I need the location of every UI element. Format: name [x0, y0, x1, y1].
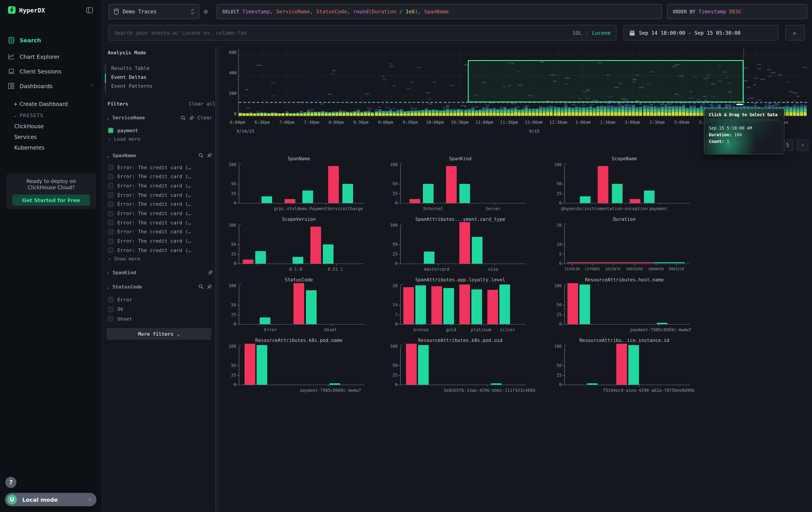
- heatmap-cell: [664, 115, 667, 116]
- local-mode-button[interactable]: U Local mode ›: [5, 493, 96, 506]
- delta-bar-baseline: [579, 284, 590, 324]
- heatmap-cell: [453, 110, 457, 111]
- heatmap-cell: [604, 109, 607, 112]
- mode-event-patterns[interactable]: Event Patterns: [111, 83, 152, 89]
- heatmap-cell: [617, 103, 620, 104]
- heatmap-cell: [328, 115, 331, 116]
- heatmap-cell: [543, 108, 546, 110]
- search-placeholder: Search your events w/ Lucene ex. column:…: [114, 30, 246, 36]
- pin-icon[interactable]: [207, 153, 212, 158]
- heatmap-cell: [668, 107, 671, 110]
- drag-selection-rect[interactable]: [468, 60, 744, 102]
- heatmap-cell: [553, 108, 556, 110]
- clear-all-button[interactable]: Clear all: [189, 101, 215, 107]
- statuscode-filter-option[interactable]: Error: [108, 296, 132, 303]
- statuscode-filter-option[interactable]: Unset: [108, 315, 132, 322]
- spanname-filter-option[interactable]: Error: The credit card (…: [108, 182, 191, 189]
- threshold-handle[interactable]: [736, 104, 743, 105]
- show-more-link[interactable]: › Show more: [108, 256, 141, 262]
- spanname-filter-option[interactable]: Error: The credit card (…: [108, 173, 191, 180]
- spanname-filter-option[interactable]: Error: The credit card (…: [108, 201, 191, 208]
- spanname-filter-option[interactable]: Error: The credit card (…: [108, 164, 191, 171]
- search-icon[interactable]: [198, 284, 204, 289]
- sidebar-item-dashboards[interactable]: Dashboards ⌃: [0, 80, 102, 92]
- sidebar-item-search[interactable]: Search: [0, 34, 102, 46]
- filter-option-payment[interactable]: ✓ payment: [108, 127, 138, 134]
- heatmap-cell: [664, 112, 667, 114]
- x-axis-label: grpc.oteldemo.PaymentService/Charge: [274, 206, 363, 211]
- spanname-filter-option[interactable]: Error: The credit card (…: [108, 247, 191, 254]
- date-range-picker[interactable]: Sep 14 18:00:00 - Sep 15 05:30:00: [624, 25, 778, 41]
- load-more-link[interactable]: › Load more: [108, 136, 141, 142]
- presets-toggle[interactable]: ⌄ PRESETS: [13, 113, 44, 118]
- sidebar-item-clickhouse[interactable]: ClickHouse: [14, 123, 44, 130]
- run-query-button[interactable]: ▷: [785, 25, 805, 41]
- heatmap-cell: [600, 115, 603, 116]
- heatmap-cell: [632, 115, 635, 116]
- heatmap-cell: [453, 113, 457, 115]
- spanname-filter-option[interactable]: Error: The credit card (…: [108, 219, 191, 226]
- sidebar-collapse-icon[interactable]: [86, 7, 93, 14]
- source-select[interactable]: Demo Traces: [109, 4, 199, 19]
- pin-icon[interactable]: [189, 115, 194, 120]
- more-filters-button[interactable]: More filters⌄: [107, 328, 211, 340]
- sidebar-item-chart-explorer[interactable]: Chart Explorer: [0, 50, 102, 63]
- flat-series: [654, 262, 685, 263]
- sidebar-item-client-sessions[interactable]: Client Sessions: [0, 65, 102, 78]
- spanname-filter-option[interactable]: Error: The credit card (…: [108, 238, 191, 245]
- heatmap-cell: [403, 111, 406, 112]
- heatmap-cell: [628, 105, 632, 106]
- pin-icon[interactable]: [207, 284, 212, 289]
- sidebar-item-services[interactable]: Services: [14, 134, 37, 140]
- heatmap-cell: [450, 113, 453, 115]
- delta-chart-resourceattributes-k8s-pod-name: ResourceAttributes.k8s.pod.name10050250p…: [225, 338, 359, 395]
- heatmap-cell: [678, 112, 682, 115]
- select-query-input[interactable]: SELECT Timestamp, ServiceName, StatusCod…: [216, 4, 662, 19]
- heatmap-cell: [650, 112, 653, 114]
- lucene-mode-toggle[interactable]: Lucene: [592, 30, 611, 36]
- heatmap-cell: [346, 115, 349, 116]
- heatmap-cell: [543, 113, 546, 115]
- heatmap-cell: [289, 114, 292, 114]
- filter-group-spankind[interactable]: › SpanKind: [107, 270, 216, 276]
- heatmap-cell: [314, 112, 317, 113]
- y-axis-label: 0: [222, 111, 237, 116]
- gear-icon[interactable]: ⚙: [204, 7, 208, 16]
- heatmap-cell: [414, 108, 417, 109]
- heatmap-cell: [632, 112, 635, 115]
- heatmap-cell: [715, 105, 718, 106]
- sql-mode-toggle[interactable]: SQL: [573, 30, 582, 36]
- heatmap-cell: [618, 110, 621, 112]
- heatmap-cell: [793, 107, 796, 110]
- spanname-filter-option[interactable]: Error: The credit card (…: [108, 191, 191, 198]
- spanname-filter-option[interactable]: Error: The credit card (…: [108, 210, 191, 217]
- panel-scrollbar[interactable]: [215, 47, 216, 512]
- chart-title: ScopeName: [564, 156, 685, 161]
- heatmap-cell: [446, 106, 449, 108]
- chart-title: SpanName: [239, 156, 359, 161]
- search-icon[interactable]: [180, 115, 186, 120]
- heatmap-cell: [671, 106, 675, 107]
- heatmap-cell: [771, 72, 776, 73]
- heatmap-cell: [682, 109, 685, 112]
- sidebar-item-kubernetes[interactable]: Kubernetes: [14, 145, 45, 151]
- heatmap-cell: [607, 115, 610, 116]
- mode-results-table[interactable]: Results Table: [111, 65, 149, 71]
- heatmap-cell: [582, 107, 585, 109]
- heatmap-cell: [253, 115, 256, 116]
- clear-filter-button[interactable]: Clear: [198, 115, 212, 120]
- pin-icon[interactable]: [208, 270, 213, 275]
- heatmap-cell: [629, 107, 632, 110]
- search-input[interactable]: Search your events w/ Lucene ex. column:…: [109, 25, 616, 41]
- page-next-button[interactable]: ›: [797, 139, 808, 151]
- help-button[interactable]: ?: [5, 477, 17, 488]
- statuscode-filter-option[interactable]: Ok: [108, 306, 123, 313]
- search-icon[interactable]: [198, 153, 204, 158]
- spanname-filter-option[interactable]: Error: The credit card (…: [108, 228, 191, 236]
- order-by-input[interactable]: ORDER BY Timestamp DESC: [667, 4, 807, 19]
- heatmap-cell: [546, 108, 549, 110]
- x-axis-label: 6:30pm: [255, 120, 270, 125]
- create-dashboard-button[interactable]: + Create Dashboard: [13, 101, 68, 107]
- mode-event-deltas[interactable]: Event Deltas: [111, 74, 147, 80]
- get-started-button[interactable]: Get Started for Free: [12, 194, 90, 206]
